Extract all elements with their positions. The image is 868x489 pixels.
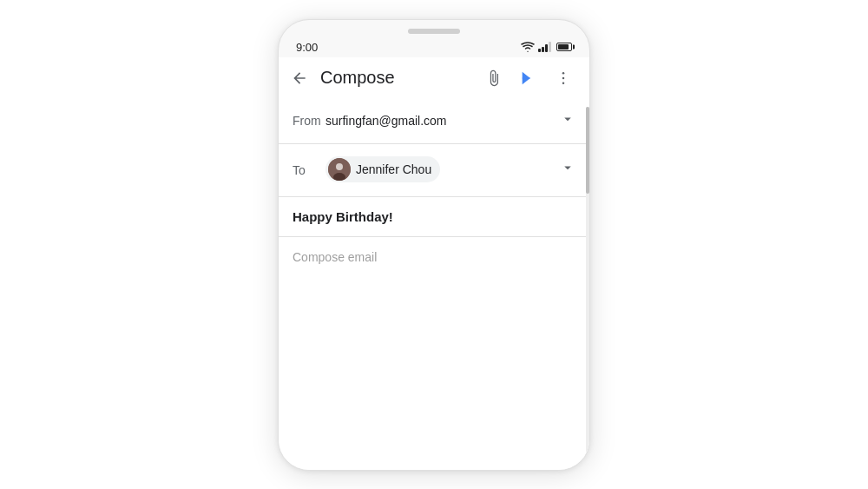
to-chevron-icon[interactable]	[560, 160, 575, 180]
send-icon	[519, 69, 538, 88]
signal-icon	[538, 42, 551, 52]
to-field[interactable]: Jennifer Chou	[326, 156, 560, 184]
svg-point-1	[562, 76, 565, 79]
svg-point-4	[336, 163, 343, 170]
scrollbar-thumb[interactable]	[586, 107, 589, 194]
toolbar-actions	[478, 63, 579, 94]
to-label: To	[293, 163, 326, 177]
attach-icon	[485, 69, 503, 87]
status-icons	[521, 42, 572, 52]
to-row: To Jennifer Chou	[279, 144, 589, 197]
from-label: From	[293, 114, 326, 128]
toolbar: Compose	[279, 57, 589, 99]
subject-row[interactable]: Happy Birthday!	[279, 197, 589, 237]
from-value[interactable]: surfingfan@gmail.com	[326, 114, 560, 128]
attach-button[interactable]	[478, 63, 510, 94]
wifi-icon	[521, 42, 535, 52]
svg-point-0	[562, 71, 565, 74]
from-chevron-icon[interactable]	[560, 111, 575, 131]
from-row: From surfingfan@gmail.com	[279, 99, 589, 144]
battery-icon	[556, 43, 572, 51]
phone-frame: 9:00	[278, 19, 590, 471]
body-placeholder[interactable]: Compose email	[293, 250, 377, 264]
more-options-button[interactable]	[548, 63, 579, 94]
status-time: 9:00	[296, 41, 318, 54]
back-button[interactable]	[284, 63, 315, 94]
more-options-icon	[555, 69, 572, 87]
recipient-avatar	[328, 158, 351, 181]
recipient-chip[interactable]: Jennifer Chou	[326, 156, 440, 182]
scrollbar-track	[586, 107, 589, 453]
send-button[interactable]	[513, 63, 544, 94]
subject-value[interactable]: Happy Birthday!	[293, 209, 393, 224]
status-bar: 9:00	[279, 34, 589, 57]
toolbar-title: Compose	[315, 68, 478, 88]
svg-point-2	[562, 82, 565, 84]
body-row[interactable]: Compose email	[279, 237, 589, 470]
recipient-name: Jennifer Chou	[356, 162, 431, 176]
compose-form: From surfingfan@gmail.com To	[279, 99, 589, 470]
